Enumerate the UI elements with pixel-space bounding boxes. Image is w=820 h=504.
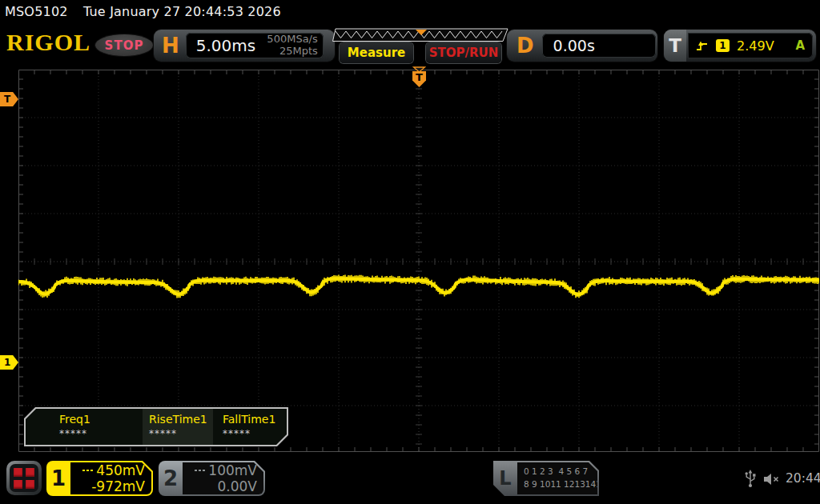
trigger-source-chip: 1 (716, 39, 730, 52)
timebase-value: 5.00ms (196, 36, 255, 55)
stop-run-button[interactable]: STOP/RUN (426, 42, 501, 63)
trigger-label: T (664, 30, 686, 62)
measure-value: ***** (59, 428, 143, 439)
delay-well: 0.00s (542, 34, 656, 58)
memory-position-bar (332, 28, 510, 42)
measurement-panel-body: Freq1 ***** RiseTime1 ***** FallTime1 **… (26, 409, 287, 445)
memory-depth: 25Mpts (279, 45, 318, 57)
measure-value: ***** (223, 428, 287, 439)
trigger-mode: A (795, 38, 805, 53)
measure-item-freq1[interactable]: Freq1 ***** (26, 409, 143, 445)
channel1-info: 450mV -972mV (70, 462, 151, 494)
rigol-logo: RIGOL (6, 29, 90, 56)
delay-value: 0.00s (553, 37, 595, 54)
oscilloscope-screen: MSO5102 Tue January 27 20:44:53 2026 RIG… (0, 0, 820, 504)
dc-coupling-icon (82, 470, 93, 471)
status-bar: MSO5102 Tue January 27 20:44:53 2026 (5, 4, 281, 19)
trigger-rising-edge-icon (696, 39, 709, 52)
logic-analyzer-badge[interactable]: L 0 1 2 3 4 5 6 7 8 9 1011 12131415 (493, 461, 599, 496)
channel2-number: 2 (159, 461, 183, 496)
window-nav-button[interactable] (6, 461, 42, 495)
speaker-muted-icon (762, 472, 782, 486)
measure-label: RiseTime1 (149, 413, 213, 426)
acquisition-info: 500MSa/s 25Mpts (267, 34, 317, 58)
model-name: MSO5102 (5, 4, 68, 19)
measure-label: Freq1 (59, 413, 143, 426)
waveform-graticule (18, 70, 819, 452)
channel1-number: 1 (46, 461, 70, 496)
channel1-offset: -972mV (91, 478, 145, 494)
window-grid-icon (10, 464, 38, 492)
datetime: Tue January 27 20:44:53 2026 (83, 4, 281, 19)
logic-label: L (493, 461, 517, 496)
dc-coupling-icon (195, 470, 205, 471)
horizontal-badge[interactable]: H 5.00ms 500MSa/s 25Mpts (154, 30, 335, 62)
trigger-level-value: 2.49V (737, 38, 774, 54)
logic-row-2: 8 9 1011 12131415 (524, 478, 597, 490)
timebase-well: 5.00ms 500MSa/s 25Mpts (186, 33, 324, 58)
channel2-scale: 100mV (208, 462, 257, 478)
channel2-offset: 0.00V (218, 478, 257, 494)
usb-icon (744, 469, 757, 489)
channel1-badge[interactable]: 1 450mV -972mV (46, 461, 153, 496)
channel1-scale: 450mV (96, 462, 145, 478)
measure-value: ***** (149, 428, 213, 439)
delay-badge[interactable]: D 0.00s (507, 30, 657, 62)
horizontal-label: H (162, 35, 179, 56)
logic-row-1: 0 1 2 3 4 5 6 7 (524, 465, 597, 478)
channel2-badge[interactable]: 2 100mV 0.00V (159, 461, 265, 496)
clock: 20:44 (786, 471, 820, 486)
measure-item-falltime1[interactable]: FallTime1 ***** (213, 409, 287, 445)
measure-button[interactable]: Measure (340, 42, 413, 63)
measure-label: FallTime1 (223, 413, 287, 426)
run-state-badge: STOP (95, 34, 153, 56)
delay-label: D (517, 35, 534, 56)
channel2-info: 100mV 0.00V (183, 462, 263, 494)
trigger-badge[interactable]: T 1 2.49V A (664, 30, 816, 62)
channel1-position-marker[interactable]: 1 (0, 355, 18, 370)
measurement-panel: Freq1 ***** RiseTime1 ***** FallTime1 **… (24, 407, 288, 446)
logic-channels: 0 1 2 3 4 5 6 7 8 9 1011 12131415 (517, 462, 597, 494)
measure-item-risetime1[interactable]: RiseTime1 ***** (143, 409, 213, 445)
trigger-level-marker[interactable]: T (0, 92, 18, 106)
trigger-well: 1 2.49V A (688, 33, 813, 58)
sample-rate: 500MSa/s (267, 33, 317, 45)
